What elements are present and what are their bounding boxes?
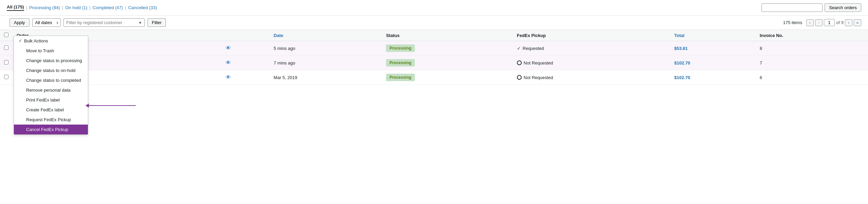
eye-icon: 👁 (226, 74, 231, 80)
customer-filter-input[interactable] (63, 18, 145, 27)
row-status: Processing (382, 70, 513, 85)
dropdown-item-print-fedex[interactable]: Print FedEx label (14, 95, 88, 105)
tab-completed[interactable]: Completed (47) (93, 5, 123, 10)
fedex-status-text: Not Requested (524, 60, 553, 66)
dates-select-wrapper: All dates (32, 18, 61, 27)
row-eye-cell: 👁 (221, 56, 270, 70)
col-total[interactable]: Total (670, 30, 756, 41)
row-status: Processing (382, 41, 513, 56)
col-checkbox (0, 30, 13, 41)
pagination-next-button[interactable]: › (845, 19, 852, 26)
filter-button[interactable]: Filter (148, 18, 166, 27)
arrow-line (88, 105, 136, 106)
dropdown-item-cancel-fedex[interactable]: Cancel FedEx Pickup (14, 125, 88, 134)
pagination-page-input[interactable] (824, 19, 835, 26)
row-date: 7 mins ago (270, 56, 382, 70)
search-orders-wrapper: Search orders (761, 3, 861, 12)
pagination-count: 175 items (783, 20, 802, 25)
pagination-wrapper: 175 items « ‹ of 9 › » (783, 19, 861, 26)
row-total: $102.70 (670, 70, 756, 85)
row-checkbox-cell (0, 41, 13, 56)
row-checkbox-cell (0, 70, 13, 85)
action-bar: ✓ Bulk Actions Move to Trash Change stat… (0, 16, 868, 30)
checkmark-icon: ✓ (19, 38, 22, 43)
dates-select[interactable]: All dates (32, 18, 61, 27)
dropdown-item-remove-personal-data[interactable]: Remove personal data (14, 85, 88, 95)
pagination-prev-button[interactable]: ‹ (815, 19, 823, 26)
pagination-total-pages: 9 (841, 20, 844, 25)
row-eye-cell: 👁 (221, 70, 270, 85)
row-fedex: ✓ Requested (513, 41, 670, 56)
row-checkbox[interactable] (4, 60, 8, 64)
table-header-row: Order Date Status FedEx Pickup Total Inv… (0, 30, 868, 41)
circle-icon (517, 60, 522, 65)
row-date: Mar 5, 2019 (270, 70, 382, 85)
filter-bar: All (175) | Processing (94) | On hold (1… (0, 0, 868, 16)
row-checkbox[interactable] (4, 45, 8, 50)
dropdown-item-request-fedex[interactable]: Request FedEx Pickup (14, 115, 88, 125)
tab-on-hold[interactable]: On hold (1) (65, 5, 87, 10)
row-invoice: 7 (756, 56, 868, 70)
apply-button[interactable]: Apply (9, 18, 30, 27)
pagination-first-button[interactable]: « (806, 19, 814, 26)
row-checkbox-cell (0, 56, 13, 70)
fedex-status-text: Not Requested (524, 75, 553, 80)
page-wrapper: All (175) | Processing (94) | On hold (1… (0, 0, 868, 204)
eye-icon: 👁 (226, 45, 231, 51)
row-invoice: 6 (756, 70, 868, 85)
total-link[interactable]: $102.70 (674, 75, 690, 80)
fedex-status-text: Requested (523, 46, 544, 51)
row-fedex: Not Requested (513, 70, 670, 85)
tab-all[interactable]: All (175) (7, 4, 24, 11)
total-link[interactable]: $102.70 (674, 60, 690, 66)
row-date: 5 mins ago (270, 41, 382, 56)
dropdown-item-create-fedex[interactable]: Create FedEx label (14, 105, 88, 115)
dropdown-item-bulk-actions[interactable]: ✓ Bulk Actions (14, 36, 88, 46)
status-badge: Processing (386, 44, 415, 52)
status-badge: Processing (386, 74, 415, 81)
eye-icon: 👁 (226, 60, 231, 66)
row-checkbox[interactable] (4, 75, 8, 79)
dropdown-item-change-completed[interactable]: Change status to completed (14, 75, 88, 85)
row-eye-cell: 👁 (221, 41, 270, 56)
orders-table: Order Date Status FedEx Pickup Total Inv… (0, 30, 868, 85)
row-total: $102.70 (670, 56, 756, 70)
col-fedex: FedEx Pickup (513, 30, 670, 41)
row-total: $53.61 (670, 41, 756, 56)
table-row: 👁 5 mins ago Processing ✓ Requested $53.… (0, 41, 868, 56)
dropdown-item-change-on-hold[interactable]: Change status to on-hold (14, 66, 88, 75)
dropdown-item-move-to-trash[interactable]: Move to Trash (14, 46, 88, 56)
select-all-checkbox[interactable] (4, 33, 8, 37)
tab-processing[interactable]: Processing (94) (29, 5, 60, 10)
search-input[interactable] (761, 3, 823, 12)
pagination-last-button[interactable]: » (854, 19, 861, 26)
table-row: #742 Devesh PluginHive 👁 Mar 5, 2019 Pro… (0, 70, 868, 85)
customer-filter-wrapper: ▼ (63, 18, 145, 27)
table-row: 👁 7 mins ago Processing Not Requested $1… (0, 56, 868, 70)
tab-cancelled[interactable]: Cancelled (33) (128, 5, 157, 10)
circle-icon (517, 75, 522, 80)
pagination-of-text: of (836, 20, 840, 25)
check-icon: ✓ (517, 46, 521, 51)
col-eye (221, 30, 270, 41)
col-status: Status (382, 30, 513, 41)
dropdown-arrow (88, 105, 136, 106)
search-orders-button[interactable]: Search orders (825, 3, 861, 12)
row-invoice: 8 (756, 41, 868, 56)
row-status: Processing (382, 56, 513, 70)
status-badge: Processing (386, 59, 415, 67)
row-fedex: Not Requested (513, 56, 670, 70)
col-invoice: Invoice No. (756, 30, 868, 41)
bulk-actions-dropdown: ✓ Bulk Actions Move to Trash Change stat… (14, 36, 88, 135)
tab-links: All (175) | Processing (94) | On hold (1… (7, 4, 759, 11)
dropdown-item-change-processing[interactable]: Change status to processing (14, 56, 88, 66)
col-date[interactable]: Date (270, 30, 382, 41)
total-link[interactable]: $53.61 (674, 46, 688, 51)
